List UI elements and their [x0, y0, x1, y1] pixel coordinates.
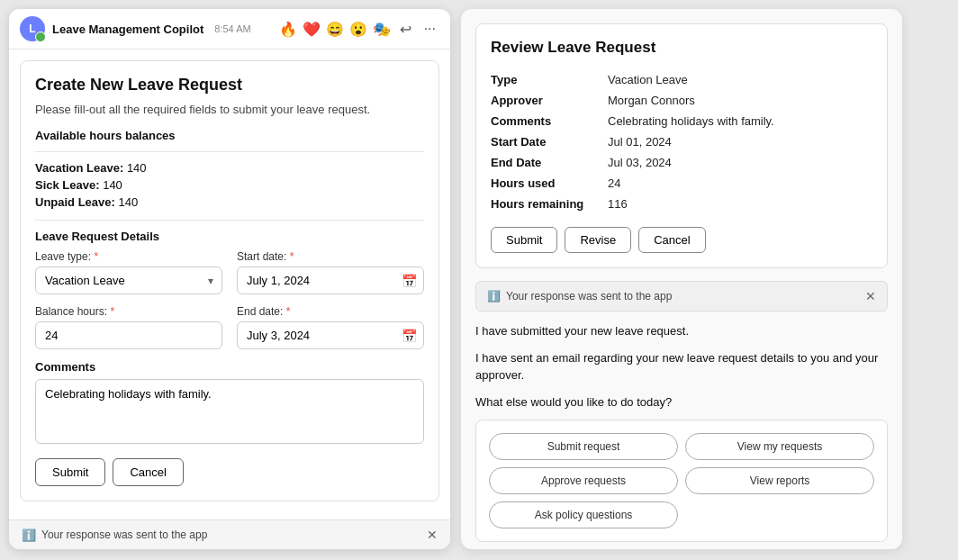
sick-balance: Sick Leave: 140 [35, 178, 424, 192]
leave-type-label: Leave type: * [35, 250, 222, 263]
details-label: Leave Request Details [35, 230, 424, 243]
review-table: TypeVacation LeaveApproverMorgan Connors… [491, 69, 872, 214]
review-row: End DateJul 03, 2024 [491, 152, 872, 173]
review-field-value: Morgan Connors [608, 90, 872, 111]
more-button[interactable]: ··· [420, 19, 439, 39]
review-field-key: Hours used [491, 173, 608, 194]
quick-action-view-reports[interactable]: View reports [685, 467, 874, 494]
review-submit-button[interactable]: Submit [491, 227, 557, 253]
quick-actions-grid: Submit requestView my requestsApprove re… [489, 433, 874, 528]
review-row: CommentsCelebrating holidays with family… [491, 111, 872, 131]
review-row: Start DateJul 01, 2024 [491, 131, 872, 152]
review-field-value: Jul 03, 2024 [608, 152, 872, 173]
leave-type-select[interactable]: Vacation Leave Sick Leave Unpaid Leave [35, 266, 222, 294]
balances-label: Available hours balances [35, 129, 424, 142]
comments-label: Comments [35, 360, 424, 374]
balance-hours-end-date-row: Balance hours: * End date: * 📅 [35, 305, 424, 349]
review-row: TypeVacation Leave [491, 69, 872, 90]
chat-message: I have submitted your new leave request. [475, 322, 888, 340]
left-notification-bar: ℹ️ Your response was sent to the app ✕ [9, 519, 450, 549]
right-notification-close[interactable]: ✕ [865, 289, 876, 303]
review-actions: Submit Revise Cancel [491, 227, 872, 253]
quick-action-approve-requests[interactable]: Approve requests [489, 467, 678, 494]
review-field-value: 24 [608, 173, 872, 194]
review-row: Hours used24 [491, 173, 872, 194]
balance-hours-required: * [110, 305, 114, 318]
review-revise-button[interactable]: Revise [565, 227, 631, 253]
review-field-value: 116 [608, 194, 872, 214]
balance-hours-group: Balance hours: * [35, 305, 222, 349]
review-field-key: Type [491, 69, 608, 90]
chat-message: What else would you like to do today? [475, 393, 888, 411]
end-date-label: End date: * [237, 305, 424, 318]
end-date-group: End date: * 📅 [237, 305, 424, 349]
end-date-required: * [286, 305, 291, 318]
start-date-label: Start date: * [237, 250, 424, 263]
quick-action-submit-request[interactable]: Submit request [489, 433, 678, 460]
review-field-key: Start Date [491, 131, 608, 152]
leave-type-select-wrapper: Vacation Leave Sick Leave Unpaid Leave ▾ [35, 266, 222, 294]
fire-icon[interactable]: 🔥 [279, 21, 297, 38]
end-date-wrapper: 📅 [237, 321, 424, 349]
chat-body: Create New Leave Request Please fill-out… [9, 50, 450, 519]
leave-type-required: * [94, 250, 98, 263]
review-field-key: Hours remaining [491, 194, 608, 214]
review-title: Review Leave Request [491, 39, 872, 57]
right-messages: I have submitted your new leave request.… [475, 322, 888, 411]
form-title: Create New Leave Request [35, 76, 424, 95]
smile-icon[interactable]: 😄 [326, 21, 344, 38]
chat-message: I have sent an email regarding your new … [475, 349, 888, 384]
review-cancel-button[interactable]: Cancel [638, 227, 705, 253]
heart-icon[interactable]: ❤️ [303, 21, 321, 38]
review-card: Review Leave Request TypeVacation LeaveA… [475, 23, 888, 268]
review-row: Hours remaining116 [491, 194, 872, 214]
quick-actions-card: Submit requestView my requestsApprove re… [475, 420, 888, 542]
review-field-value: Celebrating holidays with family. [608, 111, 872, 131]
avatar: L [20, 16, 45, 41]
left-panel: L Leave Management Copilot 8:54 AM 🔥 ❤️ … [9, 9, 450, 549]
header-reactions: 🔥 ❤️ 😄 😮 🎭 ↩ ··· [279, 19, 439, 40]
start-date-input[interactable] [237, 266, 424, 294]
leave-type-start-date-row: Leave type: * Vacation Leave Sick Leave … [35, 250, 424, 294]
right-info-icon: ℹ️ [487, 290, 501, 303]
form-submit-button[interactable]: Submit [35, 458, 105, 486]
review-field-key: Comments [491, 111, 608, 131]
header-title: Leave Management Copilot [52, 23, 203, 36]
balance-hours-input[interactable] [35, 321, 222, 349]
app-container: L Leave Management Copilot 8:54 AM 🔥 ❤️ … [0, 0, 958, 560]
start-date-group: Start date: * 📅 [237, 250, 424, 294]
vacation-balance: Vacation Leave: 140 [35, 161, 424, 175]
start-date-wrapper: 📅 [237, 266, 424, 294]
create-leave-form-card: Create New Leave Request Please fill-out… [20, 60, 439, 501]
review-field-value: Vacation Leave [608, 69, 872, 90]
review-field-value: Jul 01, 2024 [608, 131, 872, 152]
balance-hours-label: Balance hours: * [35, 305, 222, 318]
wow-icon[interactable]: 😮 [349, 21, 367, 38]
right-inner: Review Leave Request TypeVacation LeaveA… [461, 9, 902, 549]
form-actions: Submit Cancel [35, 458, 424, 486]
chat-header: L Leave Management Copilot 8:54 AM 🔥 ❤️ … [9, 9, 450, 50]
quick-action-ask-policy-questions[interactable]: Ask policy questions [489, 501, 678, 528]
leave-type-group: Leave type: * Vacation Leave Sick Leave … [35, 250, 222, 294]
start-date-required: * [290, 250, 294, 263]
comments-textarea[interactable]: Celebrating holidays with family. [35, 379, 424, 444]
header-time: 8:54 AM [214, 23, 250, 34]
left-notification-text: Your response was sent to the app [41, 528, 207, 541]
mask-icon[interactable]: 🎭 [373, 21, 391, 38]
unpaid-balance: Unpaid Leave: 140 [35, 195, 424, 209]
form-cancel-button[interactable]: Cancel [113, 458, 183, 486]
right-notification-bar: ℹ️ Your response was sent to the app ✕ [475, 281, 888, 312]
undo-button[interactable]: ↩ [396, 19, 415, 40]
review-field-key: End Date [491, 152, 608, 173]
left-notification-close[interactable]: ✕ [427, 528, 438, 542]
right-panel: Review Leave Request TypeVacation LeaveA… [461, 9, 902, 549]
quick-action-view-my-requests[interactable]: View my requests [685, 433, 874, 460]
review-row: ApproverMorgan Connors [491, 90, 872, 111]
right-notification-text: Your response was sent to the app [506, 290, 672, 303]
info-icon: ℹ️ [22, 528, 36, 542]
end-date-input[interactable] [237, 321, 424, 349]
form-subtitle: Please fill-out all the required fields … [35, 102, 424, 118]
review-field-key: Approver [491, 90, 608, 111]
